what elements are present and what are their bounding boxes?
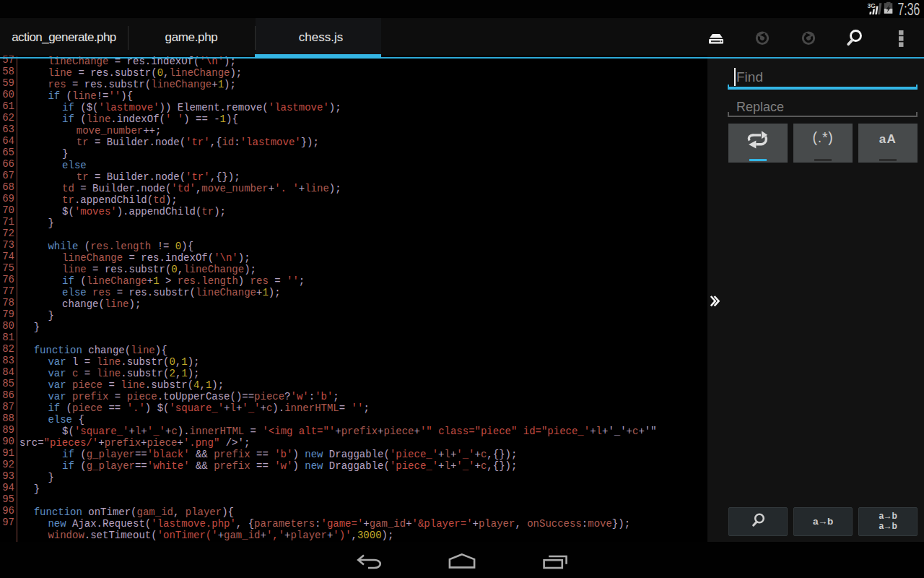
svg-text:7:36: 7:36	[898, 0, 920, 19]
